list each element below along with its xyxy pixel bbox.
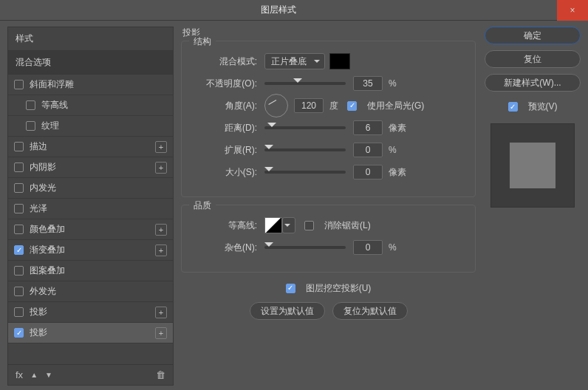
- new-style-button[interactable]: 新建样式(W)...: [485, 74, 581, 92]
- opacity-label: 不透明度(O):: [191, 78, 257, 90]
- size-label: 大小(S):: [191, 166, 257, 179]
- checkbox-icon[interactable]: [14, 266, 24, 276]
- add-effect-icon[interactable]: +: [155, 327, 167, 339]
- style-item-12[interactable]: 投影+: [8, 323, 173, 343]
- fx-icon[interactable]: fx: [16, 369, 23, 380]
- style-item-1[interactable]: 等高线: [8, 95, 173, 116]
- checkbox-icon[interactable]: [14, 245, 24, 255]
- structure-group: 结构 混合模式: 正片叠底 不透明度(O): % 角度(A): 度: [181, 41, 476, 197]
- checkbox-icon[interactable]: [26, 121, 35, 131]
- main-area: 样式 混合选项 斜面和浮雕等高线纹理描边+内阴影+内发光光泽颜色叠加+渐变叠加+…: [0, 21, 588, 390]
- add-effect-icon[interactable]: +: [155, 162, 167, 174]
- opacity-input[interactable]: [353, 76, 383, 91]
- style-item-6[interactable]: 光泽: [8, 199, 173, 219]
- opacity-unit: %: [389, 78, 397, 89]
- contour-dropdown[interactable]: [282, 217, 295, 233]
- titlebar: 图层样式 ×: [0, 0, 588, 21]
- add-effect-icon[interactable]: +: [155, 224, 167, 236]
- arrow-down-icon[interactable]: ▼: [45, 371, 52, 379]
- checkbox-icon[interactable]: [14, 287, 24, 296]
- style-item-7[interactable]: 颜色叠加+: [8, 219, 173, 240]
- checkbox-icon: [304, 221, 314, 230]
- checkbox-icon[interactable]: [14, 225, 24, 234]
- style-item-9[interactable]: 图案叠加: [8, 261, 173, 281]
- style-item-11[interactable]: 投影+: [8, 302, 173, 323]
- noise-input[interactable]: [353, 240, 383, 255]
- style-item-label: 外发光: [30, 285, 56, 298]
- style-item-label: 内发光: [30, 182, 56, 194]
- noise-unit: %: [389, 242, 397, 253]
- distance-label: 距离(D):: [191, 122, 257, 134]
- style-item-label: 等高线: [41, 99, 68, 112]
- angle-dial[interactable]: [264, 94, 288, 117]
- style-item-label: 光泽: [30, 202, 47, 215]
- add-effect-icon[interactable]: +: [155, 307, 167, 318]
- blend-mode-select[interactable]: 正片叠底: [264, 53, 325, 69]
- opacity-slider[interactable]: [264, 82, 346, 85]
- size-unit: 像素: [389, 166, 406, 179]
- style-item-2[interactable]: 纹理: [8, 116, 173, 137]
- ok-button[interactable]: 确定: [485, 27, 581, 44]
- checkbox-icon[interactable]: [14, 204, 24, 213]
- shadow-color-swatch[interactable]: [329, 53, 350, 69]
- checkbox-icon[interactable]: [14, 307, 24, 317]
- add-effect-icon[interactable]: +: [155, 141, 167, 153]
- structure-legend: 结构: [189, 35, 216, 48]
- action-sidebar: 确定 复位 新建样式(W)... 预览(V): [485, 27, 581, 386]
- knockout-check[interactable]: 图层挖空投影(U): [286, 282, 372, 295]
- checkbox-icon[interactable]: [14, 183, 24, 193]
- spread-input[interactable]: [353, 143, 383, 157]
- antialias-check[interactable]: 消除锯齿(L): [304, 219, 371, 232]
- style-item-label: 纹理: [41, 120, 59, 132]
- style-item-8[interactable]: 渐变叠加+: [8, 240, 173, 261]
- right-side: 投影 结构 混合模式: 正片叠底 不透明度(O): % 角度(A):: [181, 27, 581, 386]
- style-item-label: 描边: [30, 140, 47, 153]
- window-title: 图层样式: [0, 4, 557, 16]
- spread-slider[interactable]: [264, 148, 346, 151]
- angle-label: 角度(A):: [191, 100, 257, 112]
- checkbox-icon[interactable]: [14, 142, 24, 151]
- contour-label: 等高线:: [191, 219, 257, 232]
- make-default-button[interactable]: 设置为默认值: [250, 302, 325, 320]
- checkbox-icon[interactable]: [14, 162, 24, 172]
- blending-options[interactable]: 混合选项: [8, 51, 173, 75]
- checkbox-icon[interactable]: [14, 328, 24, 338]
- blend-mode-label: 混合模式:: [191, 55, 257, 68]
- trash-icon[interactable]: 🗑: [156, 369, 165, 380]
- size-input[interactable]: [353, 165, 383, 179]
- global-light-check[interactable]: 使用全局光(G): [347, 100, 424, 112]
- size-slider[interactable]: [264, 171, 346, 174]
- distance-input[interactable]: [353, 120, 383, 135]
- preview-swatch: [510, 143, 555, 188]
- cancel-button[interactable]: 复位: [485, 50, 581, 68]
- style-item-label: 斜面和浮雕: [30, 78, 74, 91]
- style-item-3[interactable]: 描边+: [8, 137, 173, 157]
- center-panel: 投影 结构 混合模式: 正片叠底 不透明度(O): % 角度(A):: [181, 27, 476, 386]
- checkbox-icon[interactable]: [14, 80, 24, 89]
- contour-picker[interactable]: [264, 217, 282, 233]
- angle-input[interactable]: [294, 98, 324, 113]
- style-item-label: 内阴影: [30, 161, 56, 174]
- styles-panel: 样式 混合选项 斜面和浮雕等高线纹理描边+内阴影+内发光光泽颜色叠加+渐变叠加+…: [7, 27, 174, 386]
- checkbox-icon[interactable]: [26, 100, 35, 110]
- quality-group: 品质 等高线: 消除锯齿(L) 杂色(N): %: [181, 205, 476, 273]
- close-icon: ×: [570, 5, 575, 16]
- add-effect-icon[interactable]: +: [155, 244, 167, 256]
- style-item-0[interactable]: 斜面和浮雕: [8, 75, 173, 95]
- styles-header[interactable]: 样式: [8, 27, 173, 51]
- close-button[interactable]: ×: [557, 0, 588, 21]
- angle-unit: 度: [329, 100, 338, 112]
- style-item-label: 投影: [30, 326, 47, 339]
- arrow-up-icon[interactable]: ▲: [30, 371, 38, 379]
- noise-slider[interactable]: [264, 246, 346, 249]
- checkbox-icon: [286, 284, 295, 293]
- quality-legend: 品质: [189, 199, 216, 212]
- style-item-5[interactable]: 内发光: [8, 178, 173, 199]
- style-item-4[interactable]: 内阴影+: [8, 157, 173, 178]
- spread-unit: %: [389, 145, 397, 155]
- reset-default-button[interactable]: 复位为默认值: [332, 302, 408, 320]
- style-item-label: 颜色叠加: [30, 223, 65, 236]
- style-item-10[interactable]: 外发光: [8, 281, 173, 302]
- distance-slider[interactable]: [264, 126, 346, 129]
- preview-check[interactable]: 预览(V): [485, 100, 581, 113]
